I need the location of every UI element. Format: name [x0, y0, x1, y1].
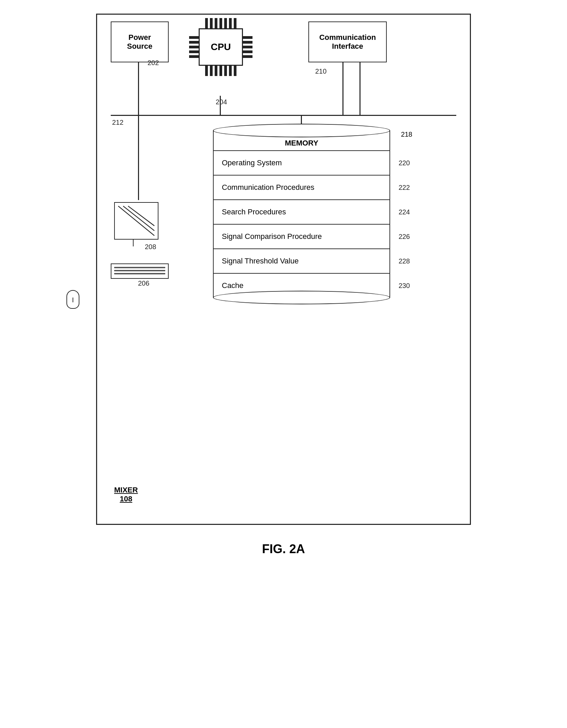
svg-line-0: [118, 206, 154, 236]
ref-218: 218: [401, 131, 412, 138]
cpu-pin-right-2: [243, 41, 252, 44]
memory-row-search-label: Search Procedures: [222, 208, 286, 216]
ref-226: 226: [399, 233, 410, 241]
monitor-diagonal-svg: [115, 203, 158, 239]
memory-row-comm: Communication Procedures 222: [214, 175, 389, 199]
ref-204: 204: [216, 98, 227, 106]
power-source-label: Power Source: [127, 33, 153, 51]
cpu-pin-right-5: [243, 55, 252, 58]
cpu-pin-left-4: [189, 50, 199, 53]
ref-202: 202: [148, 59, 159, 67]
cpu-pin-left-5: [189, 55, 199, 58]
bus-to-display-line: [138, 115, 139, 200]
cpu-pin-top-1: [205, 18, 208, 28]
ref-222: 222: [399, 184, 410, 192]
memory-row-sigcomp-label: Signal Comparison Procedure: [222, 232, 322, 241]
cpu-pin-top-7: [234, 18, 236, 28]
cpu-pin-top-2: [210, 18, 213, 28]
comm-interface-label: Communication Interface: [319, 33, 376, 51]
cpu-pin-left-2: [189, 41, 199, 44]
cpu-pin-top-6: [229, 18, 232, 28]
fig-label: FIG. 2A: [262, 542, 305, 556]
cpu-pin-right-3: [243, 46, 252, 48]
diagram-outer: Power Source 202: [96, 14, 471, 525]
bus-line: [111, 115, 456, 116]
comm-to-bus-line: [342, 62, 343, 115]
cpu-pin-bot-6: [229, 66, 232, 76]
cpu-pins-top: [189, 18, 252, 28]
cpu-pin-bot-5: [224, 66, 227, 76]
page-container: Power Source 202: [0, 0, 567, 563]
power-source-box: Power Source: [111, 21, 169, 62]
ref-230: 230: [399, 282, 410, 290]
ref-208: 208: [145, 243, 156, 251]
mixer-text: MIXER: [114, 486, 138, 494]
memory-row-sigthresh-label: Signal Threshold Value: [222, 257, 298, 266]
memory-row-os: Operating System 220: [214, 150, 389, 175]
memory-row-os-label: Operating System: [222, 158, 282, 167]
ref-224: 224: [399, 208, 410, 216]
monitor-stand: [133, 240, 139, 246]
cpu-pins-bottom: [189, 66, 252, 76]
display-area: 208: [114, 202, 158, 254]
cpu-pin-bot-1: [205, 66, 208, 76]
ref-228: 228: [399, 257, 410, 265]
cpu-to-bus-line: [220, 96, 221, 115]
kb-line-1: [114, 267, 165, 268]
mouse-icon: [66, 290, 79, 309]
cpu-pin-top-3: [215, 18, 217, 28]
cpu-pin-bot-7: [234, 66, 236, 76]
cpu-label: CPU: [211, 42, 231, 52]
svg-line-1: [123, 206, 154, 231]
cpu-pin-left-3: [189, 46, 199, 48]
comm-interface-box: Communication Interface: [308, 21, 387, 62]
kb-line-2: [114, 270, 165, 271]
svg-line-2: [128, 206, 154, 226]
cpu-pin-bot-3: [215, 66, 217, 76]
memory-row-cache-label: Cache: [222, 281, 244, 290]
cpu-area: CPU: [189, 18, 252, 76]
keyboard-area: 206: [111, 263, 169, 287]
cpu-pin-right-1: [243, 36, 252, 39]
keyboard-lines: [114, 267, 165, 275]
ref-210: 210: [315, 67, 326, 75]
monitor-icon: [114, 202, 158, 240]
cpu-pins-left: [189, 36, 199, 58]
cpu-pin-top-5: [224, 18, 227, 28]
cylinder-body: MEMORY Operating System 220 Communicatio…: [213, 131, 390, 298]
keyboard-icon: [111, 263, 169, 279]
ref-220: 220: [399, 159, 410, 167]
memory-row-search: Search Procedures 224: [214, 199, 389, 224]
ref-206: 206: [138, 279, 149, 287]
ref-212: 212: [112, 119, 123, 126]
comm-to-bus-line2: [359, 62, 361, 115]
cpu-pin-right-4: [243, 50, 252, 53]
cpu-box: CPU: [199, 28, 243, 66]
mouse-scroll: [73, 298, 73, 302]
memory-row-sigthresh: Signal Threshold Value 228: [214, 248, 389, 273]
cylinder-top: [213, 124, 390, 137]
cpu-pin-left-1: [189, 36, 199, 39]
cpu-pin-top-4: [219, 18, 222, 28]
mixer-ref: 108: [120, 495, 132, 503]
memory-row-comm-label: Communication Procedures: [222, 183, 314, 192]
memory-row-sigcomp: Signal Comparison Procedure 226: [214, 224, 389, 248]
cpu-pin-bot-4: [219, 66, 222, 76]
cpu-pins-right: [243, 36, 252, 58]
cylinder-bottom: [213, 291, 390, 304]
memory-area: MEMORY Operating System 220 Communicatio…: [213, 124, 390, 304]
kb-line-3: [114, 273, 165, 274]
power-to-bus-line: [138, 62, 139, 115]
cpu-pin-bot-2: [210, 66, 213, 76]
mixer-label: MIXER 108: [114, 486, 138, 503]
